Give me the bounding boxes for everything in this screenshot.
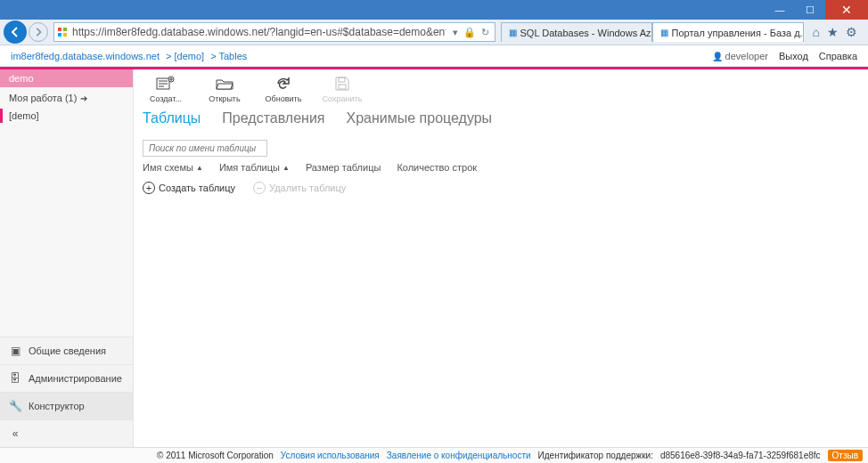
logout-link[interactable]: Выход bbox=[779, 51, 808, 61]
crumb-section[interactable]: Tables bbox=[218, 51, 247, 61]
open-icon bbox=[212, 75, 237, 93]
toolbar-refresh-label: Обновить bbox=[266, 94, 302, 103]
create-table-button[interactable]: + Создать таблицу bbox=[143, 182, 235, 194]
help-link[interactable]: Справка bbox=[819, 51, 857, 61]
tab-favicon: ▦ bbox=[660, 28, 668, 37]
row-actions: + Создать таблицу − Удалить таблицу bbox=[134, 178, 868, 198]
delete-table-button: − Удалить таблицу bbox=[253, 182, 346, 194]
refresh-toolbar-icon bbox=[271, 75, 296, 93]
svg-rect-3 bbox=[63, 33, 67, 37]
toolbar-new-button[interactable]: Создат... bbox=[143, 75, 189, 103]
col-schema[interactable]: Имя схемы▲ bbox=[143, 162, 203, 173]
sidebar-db-header[interactable]: demo bbox=[0, 69, 133, 87]
browser-chrome: ▾ 🔒 ↻ ▦ SQL Databases - Windows Azure ▦ … bbox=[0, 20, 868, 45]
address-bar-right: ▾ 🔒 ↻ bbox=[449, 27, 493, 38]
window-close-button[interactable]: ✕ bbox=[825, 0, 868, 20]
svg-rect-6 bbox=[339, 77, 345, 82]
toolbar-open-label: Открыть bbox=[209, 94, 240, 103]
crumb-server[interactable]: im8er8fedg.database.windows.net bbox=[11, 51, 160, 61]
sort-asc-icon: ▲ bbox=[283, 164, 290, 172]
window-titlebar: — ☐ ✕ bbox=[0, 0, 868, 20]
table-column-headers: Имя схемы▲ Имя таблицы▲ Размер таблицы К… bbox=[134, 160, 868, 178]
sidebar-designer-label: Конструктор bbox=[29, 401, 85, 411]
tab-1-label: SQL Databases - Windows Azure bbox=[520, 28, 652, 38]
svg-rect-1 bbox=[63, 28, 67, 31]
window-minimize-button[interactable]: — bbox=[765, 0, 795, 20]
tab-views[interactable]: Представления bbox=[222, 110, 324, 126]
main-area: demo Моя работа (1) ➔ [demo] ▣ Общие све… bbox=[0, 69, 868, 447]
tab-favicon: ▦ bbox=[509, 28, 517, 37]
footer-support-id: d85616e8-39f8-34a9-fa71-3259f681e8fc bbox=[660, 451, 821, 460]
portal-header: im8er8fedg.database.windows.net > [demo]… bbox=[0, 45, 868, 67]
overview-icon: ▣ bbox=[9, 345, 21, 357]
toolbar-save-label: Сохранить bbox=[323, 94, 363, 103]
crumb-database[interactable]: [demo] bbox=[175, 51, 205, 61]
sort-asc-icon: ▲ bbox=[196, 164, 203, 172]
new-query-icon bbox=[153, 75, 178, 93]
toolbar-refresh-button[interactable]: Обновить bbox=[260, 75, 307, 103]
chevron-left-icon: « bbox=[9, 427, 21, 440]
url-dropdown-icon[interactable]: ▾ bbox=[453, 27, 458, 38]
footer-terms-link[interactable]: Условия использования bbox=[281, 451, 380, 460]
admin-icon: 🗄 bbox=[9, 372, 21, 385]
site-favicon bbox=[56, 26, 69, 38]
content-area: Создат... Открыть Обновить Сохранить bbox=[134, 69, 868, 447]
delete-table-label: Удалить таблицу bbox=[269, 183, 346, 193]
nav-back-button[interactable] bbox=[4, 20, 27, 44]
breadcrumb: im8er8fedg.database.windows.net > [demo]… bbox=[11, 51, 250, 61]
toolbar-new-label: Создат... bbox=[150, 94, 182, 103]
current-user: developer bbox=[712, 51, 768, 61]
window-maximize-button[interactable]: ☐ bbox=[795, 0, 825, 20]
content-tabs: Таблицы Представления Хранимые процедуры bbox=[134, 107, 868, 134]
tools-icon[interactable]: ⚙ bbox=[846, 25, 857, 39]
browser-tab-1[interactable]: ▦ SQL Databases - Windows Azure bbox=[501, 22, 652, 42]
lock-icon: 🔒 bbox=[463, 27, 476, 38]
toolbar-save-button: Сохранить bbox=[319, 75, 365, 103]
nav-forward-button[interactable] bbox=[29, 22, 48, 42]
save-icon bbox=[330, 75, 355, 93]
sidebar-admin[interactable]: 🗄 Администрирование bbox=[0, 364, 133, 392]
refresh-icon[interactable]: ↻ bbox=[481, 27, 489, 38]
minus-icon: − bbox=[253, 182, 266, 194]
tab-sprocs[interactable]: Хранимые процедуры bbox=[346, 110, 492, 126]
sidebar-overview-label: Общие сведения bbox=[29, 345, 106, 356]
browser-tabs: ▦ SQL Databases - Windows Azure ▦ Портал… bbox=[501, 22, 804, 42]
svg-rect-2 bbox=[58, 33, 61, 37]
footer: © 2011 Microsoft Corporation Условия исп… bbox=[0, 447, 868, 463]
designer-icon: 🔧 bbox=[9, 400, 21, 412]
footer-feedback-button[interactable]: Отзыв bbox=[828, 450, 863, 461]
toolbar-open-button[interactable]: Открыть bbox=[201, 75, 248, 103]
col-tablename[interactable]: Имя таблицы▲ bbox=[219, 162, 290, 173]
expand-icon: ➔ bbox=[80, 93, 87, 103]
footer-privacy-link[interactable]: Заявление о конфиденциальности bbox=[387, 451, 531, 460]
sidebar: demo Моя работа (1) ➔ [demo] ▣ Общие све… bbox=[0, 69, 134, 447]
tab-tables[interactable]: Таблицы bbox=[143, 110, 201, 126]
sidebar-bottom: ▣ Общие сведения 🗄 Администрирование 🔧 К… bbox=[0, 337, 133, 447]
sidebar-admin-label: Администрирование bbox=[29, 373, 122, 384]
sidebar-item-demo[interactable]: [demo] bbox=[0, 109, 133, 123]
toolbar: Создат... Открыть Обновить Сохранить bbox=[134, 75, 868, 107]
footer-support-label: Идентификатор поддержки: bbox=[538, 451, 653, 460]
table-search-input[interactable] bbox=[143, 140, 267, 157]
favorites-icon[interactable]: ★ bbox=[827, 25, 839, 39]
svg-rect-0 bbox=[58, 28, 61, 31]
sidebar-mywork[interactable]: Моя работа (1) ➔ bbox=[0, 87, 133, 109]
address-bar[interactable]: ▾ 🔒 ↻ bbox=[53, 22, 495, 42]
url-input[interactable] bbox=[69, 26, 449, 38]
col-size[interactable]: Размер таблицы bbox=[306, 162, 381, 173]
col-rowcount[interactable]: Количество строк bbox=[397, 162, 477, 173]
sidebar-overview[interactable]: ▣ Общие сведения bbox=[0, 337, 133, 364]
sidebar-collapse[interactable]: « bbox=[0, 419, 133, 447]
home-icon[interactable]: ⌂ bbox=[813, 25, 820, 39]
tab-2-label: Портал управления - База д... bbox=[672, 28, 804, 38]
create-table-label: Создать таблицу bbox=[159, 183, 235, 193]
browser-tab-2[interactable]: ▦ Портал управления - База д... ✕ bbox=[652, 22, 804, 42]
plus-icon: + bbox=[143, 182, 155, 194]
footer-copyright: © 2011 Microsoft Corporation bbox=[157, 451, 274, 460]
sidebar-mywork-label: Моя работа (1) bbox=[9, 93, 77, 103]
sidebar-designer[interactable]: 🔧 Конструктор bbox=[0, 392, 133, 419]
svg-rect-7 bbox=[339, 85, 346, 89]
